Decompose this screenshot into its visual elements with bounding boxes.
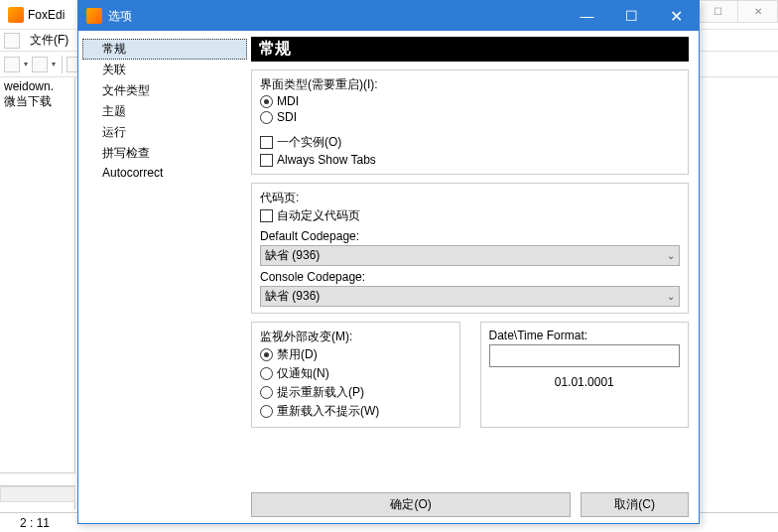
app-title: FoxEdi (28, 8, 65, 22)
h-scrollbar[interactable] (0, 486, 75, 502)
radio-disable[interactable] (260, 348, 273, 361)
editor-line: 微当下载 (4, 93, 70, 110)
radio-sdi-label: SDI (277, 110, 297, 124)
date-format-group: Date\Time Format: 01.01.0001 (480, 322, 690, 428)
open-dropdown-icon[interactable]: ▾ (50, 57, 58, 72)
cursor-position: 2 : 11 (20, 516, 50, 530)
dialog-close-button[interactable]: ✕ (654, 1, 699, 31)
checkbox-always-tabs[interactable] (260, 154, 273, 167)
close-button[interactable]: ✕ (738, 0, 778, 23)
ok-button[interactable]: 确定(O) (251, 492, 571, 517)
tree-item-theme[interactable]: 主题 (82, 101, 247, 122)
dialog-title: 选项 (108, 8, 132, 25)
date-format-preview: 01.01.0001 (489, 375, 681, 389)
tree-item-spell[interactable]: 拼写检查 (82, 143, 247, 164)
maximize-button[interactable]: ☐ (699, 0, 738, 23)
radio-mdi[interactable] (260, 95, 273, 108)
default-codepage-label: Default Codepage: (260, 229, 680, 243)
dialog-icon (86, 8, 102, 24)
new-file-icon[interactable] (4, 33, 20, 49)
chevron-down-icon: ⌄ (667, 250, 675, 261)
tree-item-run[interactable]: 运行 (82, 122, 247, 143)
new-icon[interactable] (4, 57, 20, 72)
default-codepage-value: 缺省 (936) (265, 247, 320, 264)
ui-type-group: 界面类型(需要重启)(I): MDI SDI 一个实例(O) Always Sh… (251, 69, 689, 175)
checkbox-auto-codepage[interactable] (260, 209, 273, 222)
checkbox-one-instance[interactable] (260, 136, 273, 149)
tree-item-autocorrect[interactable]: Autocorrect (82, 164, 247, 182)
radio-prompt[interactable] (260, 386, 273, 399)
open-icon[interactable] (32, 57, 48, 72)
date-format-label: Date\Time Format: (489, 329, 681, 342)
chevron-down-icon: ⌄ (667, 291, 675, 302)
cancel-button[interactable]: 取消(C) (581, 492, 689, 517)
menu-file[interactable]: 文件(F) (24, 30, 74, 51)
category-tree: 常规 关联 文件类型 主题 运行 拼写检查 Autocorrect (78, 31, 251, 523)
radio-mdi-label: MDI (277, 94, 299, 108)
dialog-maximize-button[interactable]: ☐ (609, 1, 654, 31)
dialog-minimize-button[interactable]: — (565, 1, 609, 31)
radio-noprompt[interactable] (260, 405, 273, 418)
radio-notify[interactable] (260, 367, 273, 380)
radio-notify-label: 仅通知(N) (277, 365, 329, 382)
options-dialog: 选项 — ☐ ✕ 常规 关联 文件类型 主题 运行 拼写检查 Autocorre… (77, 0, 700, 524)
radio-prompt-label: 提示重新载入(P) (277, 384, 364, 401)
monitor-label: 监视外部改变(M): (260, 329, 452, 345)
editor-line: weidown. (4, 79, 70, 93)
separator (62, 56, 63, 73)
new-dropdown-icon[interactable]: ▾ (22, 57, 30, 72)
codepage-group: 代码页: 自动定义代码页 Default Codepage: 缺省 (936)⌄… (251, 183, 689, 314)
monitor-group: 监视外部改变(M): 禁用(D) 仅通知(N) 提示重新载入(P) 重新载入不提… (251, 322, 460, 428)
ruler (0, 472, 75, 486)
checkbox-always-tabs-label: Always Show Tabs (277, 153, 376, 167)
app-icon (8, 7, 24, 23)
checkbox-one-instance-label: 一个实例(O) (277, 134, 341, 151)
tree-item-general[interactable]: 常规 (82, 39, 247, 60)
tree-item-filetype[interactable]: 文件类型 (82, 80, 247, 101)
section-header: 常规 (251, 37, 689, 62)
date-format-input[interactable] (489, 344, 681, 367)
radio-sdi[interactable] (260, 111, 273, 124)
default-codepage-select[interactable]: 缺省 (936)⌄ (260, 245, 680, 266)
console-codepage-value: 缺省 (936) (265, 288, 320, 305)
radio-noprompt-label: 重新载入不提示(W) (277, 403, 379, 420)
ui-type-label: 界面类型(需要重启)(I): (260, 76, 680, 93)
editor-area[interactable]: weidown. 微当下载 (0, 77, 75, 509)
codepage-label: 代码页: (260, 190, 680, 206)
radio-disable-label: 禁用(D) (277, 346, 318, 363)
checkbox-auto-codepage-label: 自动定义代码页 (277, 207, 360, 224)
tree-item-assoc[interactable]: 关联 (82, 60, 247, 80)
console-codepage-select[interactable]: 缺省 (936)⌄ (260, 286, 680, 307)
console-codepage-label: Console Codepage: (260, 270, 680, 284)
